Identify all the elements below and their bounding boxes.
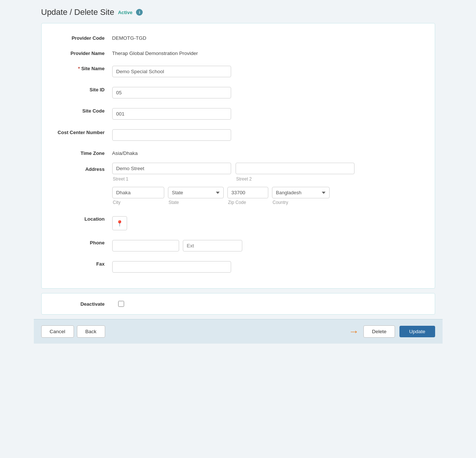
- timezone-value: Asia/Dhaka: [112, 147, 424, 156]
- country-group: Bangladesh Country: [272, 187, 330, 205]
- update-button[interactable]: Update: [399, 326, 435, 337]
- provider-code-row: Provider Code DEMOTG-TGD: [53, 32, 424, 41]
- site-name-row: Site Name: [53, 63, 424, 77]
- phone-label: Phone: [53, 237, 112, 246]
- address-label: Address: [53, 163, 112, 172]
- timezone-label: Time Zone: [53, 147, 112, 156]
- location-pin-icon: 📍: [116, 220, 123, 227]
- status-badge: Active: [118, 10, 132, 15]
- form-card: Provider Code DEMOTG-TGD Provider Name T…: [41, 23, 435, 289]
- country-label: Country: [272, 200, 330, 205]
- address-section: Street 1 Street 2 City State State: [112, 163, 424, 207]
- location-row: Location 📍: [53, 213, 424, 230]
- site-id-label: Site ID: [53, 84, 112, 92]
- footer-left-buttons: Cancel Back: [41, 325, 105, 338]
- state-select[interactable]: State: [168, 187, 224, 198]
- street1-label: Street 1: [112, 176, 231, 182]
- site-name-input[interactable]: [112, 66, 231, 77]
- fax-row: Fax: [53, 258, 424, 273]
- street2-input[interactable]: [236, 163, 354, 174]
- location-button[interactable]: 📍: [112, 216, 127, 230]
- state-label: State: [168, 200, 224, 205]
- cost-center-label: Cost Center Number: [53, 126, 112, 136]
- provider-name-row: Provider Name Therap Global Demonstratio…: [53, 48, 424, 56]
- site-id-input[interactable]: [112, 87, 231, 98]
- address-row: Address Street 1 Street 2 City: [53, 163, 424, 207]
- site-code-label: Site Code: [53, 105, 112, 114]
- cost-center-row: Cost Center Number: [53, 126, 424, 141]
- deactivate-card: Deactivate: [41, 293, 435, 315]
- city-group: City: [112, 187, 164, 205]
- footer-right-buttons: → Delete Update: [349, 325, 435, 338]
- provider-name-label: Provider Name: [53, 48, 112, 56]
- street-inputs-row: [112, 163, 424, 174]
- site-code-input[interactable]: [112, 108, 231, 120]
- zip-input[interactable]: [227, 187, 268, 198]
- phone-inputs: [112, 240, 424, 251]
- phone-row: Phone: [53, 237, 424, 251]
- zip-group: Zip Code: [227, 187, 268, 205]
- info-icon[interactable]: i: [136, 9, 143, 16]
- street-labels: Street 1 Street 2: [112, 176, 424, 182]
- street1-input[interactable]: [112, 163, 231, 174]
- phone-input[interactable]: [112, 240, 179, 251]
- ext-input[interactable]: [183, 240, 242, 251]
- provider-name-value: Therap Global Demonstration Provider: [112, 48, 424, 56]
- site-code-row: Site Code: [53, 105, 424, 120]
- arrow-icon: →: [349, 326, 359, 338]
- location-label: Location: [53, 213, 112, 222]
- deactivate-checkbox[interactable]: [118, 301, 124, 307]
- city-state-zip-row: City State State Zip Code Bang: [112, 187, 424, 205]
- deactivate-label: Deactivate: [53, 301, 112, 307]
- city-input[interactable]: [112, 187, 164, 198]
- fax-label: Fax: [53, 258, 112, 267]
- site-name-label: Site Name: [53, 63, 112, 71]
- timezone-row: Time Zone Asia/Dhaka: [53, 147, 424, 156]
- footer-bar: Cancel Back → Delete Update: [34, 319, 443, 344]
- site-id-row: Site ID: [53, 84, 424, 98]
- provider-code-value: DEMOTG-TGD: [112, 32, 424, 41]
- city-label: City: [112, 200, 164, 205]
- page-title: Update / Delete Site: [41, 7, 114, 17]
- zip-label: Zip Code: [227, 200, 268, 205]
- provider-code-label: Provider Code: [53, 32, 112, 41]
- delete-button[interactable]: Delete: [363, 325, 395, 338]
- deactivate-row: Deactivate: [53, 301, 424, 307]
- country-select[interactable]: Bangladesh: [272, 187, 330, 198]
- back-button[interactable]: Back: [77, 325, 105, 338]
- cost-center-input[interactable]: [112, 129, 231, 141]
- fax-input[interactable]: [112, 261, 231, 273]
- cancel-button[interactable]: Cancel: [41, 325, 74, 338]
- state-group: State State: [168, 187, 224, 205]
- street2-label: Street 2: [236, 176, 354, 182]
